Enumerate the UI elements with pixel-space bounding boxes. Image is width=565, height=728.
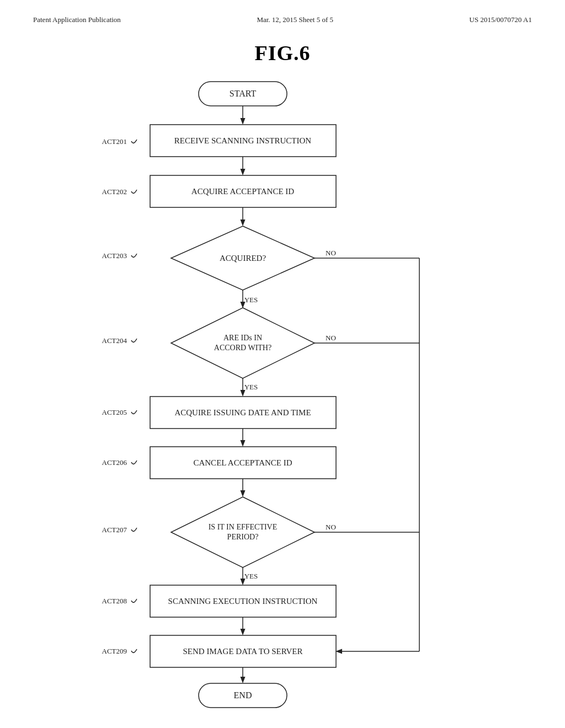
svg-text:ARE IDs IN: ARE IDs IN <box>223 334 262 342</box>
svg-text:ACT203: ACT203 <box>102 251 127 260</box>
svg-text:ACT209: ACT209 <box>102 647 127 655</box>
header-center: Mar. 12, 2015 Sheet 5 of 5 <box>257 15 333 24</box>
svg-text:ACQUIRED?: ACQUIRED? <box>220 254 266 263</box>
svg-text:NO: NO <box>326 334 336 342</box>
svg-text:ACCORD WITH?: ACCORD WITH? <box>214 344 271 352</box>
svg-text:ACQUIRE ACCEPTANCE ID: ACQUIRE ACCEPTANCE ID <box>191 187 294 196</box>
flowchart: START RECEIVE SCANNING INSTRUCTION ACQUI… <box>0 71 565 710</box>
svg-text:ACT201: ACT201 <box>102 137 127 146</box>
svg-text:PERIOD?: PERIOD? <box>227 533 259 541</box>
svg-text:SEND IMAGE DATA TO SERVER: SEND IMAGE DATA TO SERVER <box>183 647 302 656</box>
svg-text:START: START <box>230 89 257 98</box>
header-right: US 2015/0070720 A1 <box>470 15 532 24</box>
page-header: Patent Application Publication Mar. 12, … <box>0 0 565 24</box>
svg-text:ACT205: ACT205 <box>102 408 127 416</box>
svg-marker-14 <box>171 308 315 378</box>
svg-text:ACT204: ACT204 <box>102 336 127 345</box>
svg-text:ACT202: ACT202 <box>102 188 127 196</box>
svg-text:IS IT IN EFFECTIVE: IS IT IN EFFECTIVE <box>209 523 278 531</box>
svg-text:YES: YES <box>244 572 258 580</box>
svg-text:ACT206: ACT206 <box>102 458 127 467</box>
svg-text:END: END <box>234 690 252 700</box>
svg-text:YES: YES <box>244 383 258 391</box>
svg-text:CANCEL ACCEPTANCE ID: CANCEL ACCEPTANCE ID <box>193 458 292 467</box>
svg-text:ACT207: ACT207 <box>102 526 127 534</box>
svg-text:NO: NO <box>326 249 336 257</box>
svg-marker-26 <box>171 497 315 568</box>
svg-text:NO: NO <box>326 523 336 531</box>
svg-text:SCANNING EXECUTION INSTRUCTION: SCANNING EXECUTION INSTRUCTION <box>168 597 318 606</box>
figure-title: FIG.6 <box>0 41 565 65</box>
svg-text:RECEIVE SCANNING INSTRUCTION: RECEIVE SCANNING INSTRUCTION <box>174 136 311 145</box>
svg-text:ACQUIRE ISSUING DATE AND TIME: ACQUIRE ISSUING DATE AND TIME <box>174 408 311 417</box>
header-left: Patent Application Publication <box>33 15 121 24</box>
svg-text:ACT208: ACT208 <box>102 597 127 605</box>
flowchart-svg: START RECEIVE SCANNING INSTRUCTION ACQUI… <box>0 71 565 710</box>
svg-text:YES: YES <box>244 296 258 304</box>
